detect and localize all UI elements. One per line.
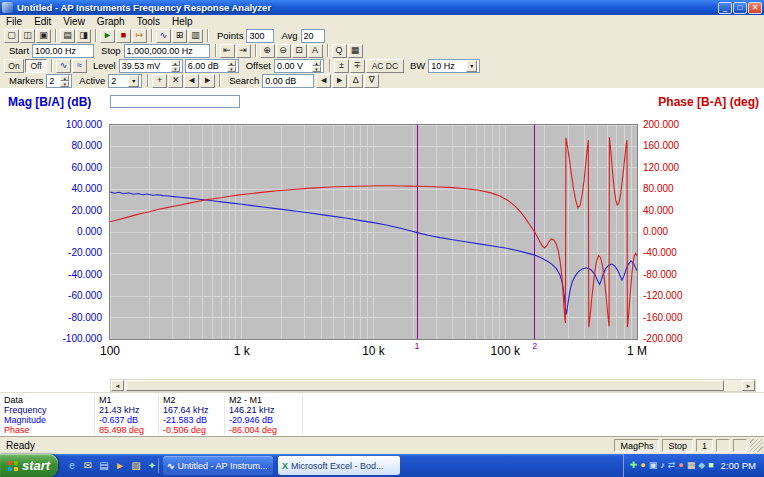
autoscale-button[interactable]: A bbox=[308, 44, 323, 58]
show-desktop-icon[interactable]: ▤ bbox=[97, 459, 111, 473]
task-button[interactable]: XMicrosoft Excel - Bod... bbox=[278, 456, 400, 475]
folder-icon[interactable]: ▨ bbox=[129, 459, 143, 473]
print-button[interactable]: ▤ bbox=[60, 29, 75, 43]
markers-count-field[interactable]: 2▴▾ bbox=[46, 74, 72, 88]
source-off-button[interactable]: Off bbox=[25, 59, 47, 73]
active-label: Active bbox=[79, 75, 105, 86]
prev-marker-button[interactable]: ◄ bbox=[184, 74, 199, 88]
start-button[interactable]: start bbox=[0, 454, 58, 477]
points-field[interactable]: 300 bbox=[246, 29, 274, 43]
resize-grip[interactable] bbox=[750, 439, 763, 452]
input-a-attenuator-button[interactable]: ± bbox=[334, 59, 349, 73]
offset-field-spinner[interactable]: ▴▾ bbox=[312, 60, 321, 72]
marker-table-row: Frequency21.43 kHz167.64 kHz146.21 kHz bbox=[0, 405, 764, 415]
bandwidth-field[interactable]: 10 Hz▾ bbox=[428, 59, 480, 73]
frequency-scrollbar[interactable]: ◄ ► bbox=[110, 379, 756, 392]
spin-down-icon[interactable]: ▾ bbox=[312, 66, 321, 72]
y-right-tick-label: -120.000 bbox=[643, 290, 743, 302]
minimize-button[interactable]: _ bbox=[718, 2, 732, 14]
grid-toggle-button[interactable]: ⊞ bbox=[172, 29, 187, 43]
start-button-label: start bbox=[22, 458, 50, 473]
run-sweep-button[interactable]: ► bbox=[100, 29, 115, 43]
tray-icon-6[interactable]: ● bbox=[678, 461, 683, 470]
markers-count-field-spinner[interactable]: ▴▾ bbox=[60, 75, 69, 87]
task-button[interactable]: ∿Untitled - AP Instrum... bbox=[163, 456, 273, 475]
scroll-right-arrow-icon[interactable]: ► bbox=[742, 380, 755, 391]
spin-down-icon[interactable]: ▾ bbox=[227, 66, 236, 72]
tray-icon-8[interactable]: ◆ bbox=[698, 461, 705, 470]
avg-field[interactable]: 20 bbox=[301, 29, 325, 43]
search-field[interactable]: 0.00 dB bbox=[262, 74, 314, 88]
tray-icon-7[interactable]: ▦ bbox=[687, 461, 696, 470]
level-field[interactable]: 39.53 mV▴▾ bbox=[119, 59, 183, 73]
zoom-in-button[interactable]: ⊕ bbox=[260, 44, 275, 58]
noise-source-button[interactable]: ≈ bbox=[72, 59, 87, 73]
active-marker-field[interactable]: 2▾ bbox=[108, 74, 142, 88]
add-marker-button[interactable]: + bbox=[152, 74, 167, 88]
input-b-attenuator-button[interactable]: ∓ bbox=[350, 59, 365, 73]
scrollbar-thumb[interactable] bbox=[126, 380, 724, 391]
menu-item-file[interactable]: File bbox=[0, 16, 28, 27]
tray-icon-4[interactable]: ♪ bbox=[660, 461, 665, 470]
spin-down-icon[interactable]: ▾ bbox=[60, 81, 69, 87]
tray-icon-9[interactable]: ■ bbox=[708, 461, 713, 470]
menu-item-graph[interactable]: Graph bbox=[91, 16, 131, 27]
dropdown-arrow-icon[interactable]: ▾ bbox=[128, 75, 139, 87]
scroll-left-arrow-icon[interactable]: ◄ bbox=[111, 380, 124, 391]
offset-field[interactable]: 0.00 V▴▾ bbox=[274, 59, 324, 73]
level-db-field[interactable]: 6.00 dB▴▾ bbox=[185, 59, 239, 73]
messenger-icon[interactable]: ✦ bbox=[145, 459, 159, 473]
search-left-button[interactable]: ◄ bbox=[316, 74, 331, 88]
marker-table-header-cell: M2 bbox=[159, 395, 225, 405]
scrollbar-track[interactable] bbox=[124, 380, 742, 391]
mag-phase-view-button[interactable]: ∿ bbox=[156, 29, 171, 43]
pan-right-button[interactable]: ⇥ bbox=[236, 44, 251, 58]
tray-icon-1[interactable]: ✚ bbox=[630, 461, 638, 470]
internet-explorer-icon[interactable]: e bbox=[65, 459, 79, 473]
menu-item-edit[interactable]: Edit bbox=[28, 16, 57, 27]
title-bar[interactable]: Untitled - AP Instruments Frequency Resp… bbox=[0, 0, 764, 15]
valley-search-button[interactable]: ∇ bbox=[364, 74, 379, 88]
sine-source-button[interactable]: ∿ bbox=[56, 59, 71, 73]
stop-frequency-field[interactable]: 1,000,000.00 Hz bbox=[124, 44, 210, 58]
close-button[interactable]: ✕ bbox=[748, 2, 762, 14]
source-on-button[interactable]: On bbox=[4, 59, 24, 73]
search-right-button[interactable]: ► bbox=[332, 74, 347, 88]
zoom-out-button[interactable]: ⊖ bbox=[276, 44, 291, 58]
single-sweep-button[interactable]: ↦ bbox=[132, 29, 147, 43]
next-marker-button[interactable]: ► bbox=[200, 74, 215, 88]
legend-toggle-button[interactable]: ▥ bbox=[188, 29, 203, 43]
menu-item-view[interactable]: View bbox=[57, 16, 91, 27]
stop-sweep-button[interactable]: ■ bbox=[116, 29, 131, 43]
graph-title-box[interactable] bbox=[110, 95, 240, 108]
zoom-window-button[interactable]: ⊡ bbox=[292, 44, 307, 58]
pan-left-button[interactable]: ⇤ bbox=[220, 44, 235, 58]
snapshot-button[interactable]: ▦ bbox=[348, 44, 363, 58]
maximize-button[interactable]: □ bbox=[733, 2, 747, 14]
email-icon[interactable]: ✉ bbox=[81, 459, 95, 473]
start-frequency-field[interactable]: 100.00 Hz bbox=[32, 44, 94, 58]
media-player-icon[interactable]: ► bbox=[113, 459, 127, 473]
copy-button[interactable]: ◨ bbox=[76, 29, 91, 43]
level-db-field-spinner[interactable]: ▴▾ bbox=[227, 60, 236, 72]
status-mode-panel: MagPhs bbox=[614, 439, 659, 452]
new-file-button[interactable]: ▢ bbox=[4, 29, 19, 43]
menu-item-tools[interactable]: Tools bbox=[131, 16, 166, 27]
level-field-spinner[interactable]: ▴▾ bbox=[171, 60, 180, 72]
menu-item-help[interactable]: Help bbox=[166, 16, 199, 27]
delete-marker-button[interactable]: ✕ bbox=[168, 74, 183, 88]
q-measure-button[interactable]: Q bbox=[332, 44, 347, 58]
y-right-tick-label: -80.000 bbox=[643, 269, 743, 281]
save-button[interactable]: ▣ bbox=[36, 29, 51, 43]
spin-down-icon[interactable]: ▾ bbox=[171, 66, 180, 72]
tray-icon-3[interactable]: ▣ bbox=[649, 461, 658, 470]
tray-icon-5[interactable]: ⇄ bbox=[668, 461, 676, 470]
ac-dc-coupling-button[interactable]: AC DC bbox=[366, 59, 404, 73]
peak-search-button[interactable]: Δ bbox=[348, 74, 363, 88]
y-right-tick-label: 0.000 bbox=[643, 226, 743, 238]
open-file-button[interactable]: ◫ bbox=[20, 29, 35, 43]
marker-value-cell: 167.64 kHz bbox=[159, 405, 225, 415]
dropdown-arrow-icon[interactable]: ▾ bbox=[466, 60, 477, 72]
tray-icon-2[interactable]: ● bbox=[640, 461, 645, 470]
plot-area[interactable] bbox=[109, 124, 638, 340]
